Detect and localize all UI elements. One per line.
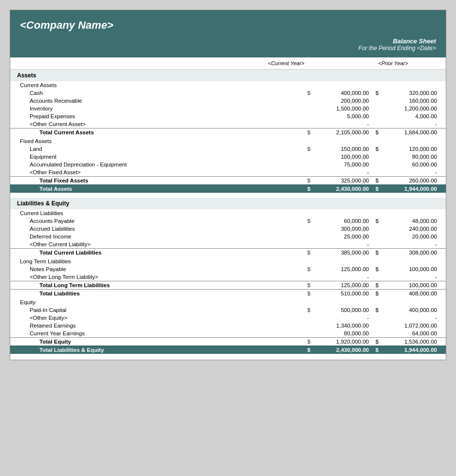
total-current-assets-row: Total Current Assets $ 2,105,000.00 $ 1,… <box>10 128 446 137</box>
sheet-subtitle: For the Period Ending <Date> <box>20 45 436 52</box>
land-py: 120,000.00 <box>381 145 439 153</box>
total-equity-label: Total Equity <box>10 338 305 346</box>
land-label: Land <box>10 145 305 153</box>
tltl-sign-py: $ <box>371 281 381 290</box>
total-current-assets-label: Total Current Assets <box>10 128 305 137</box>
tle-sign-cy: $ <box>305 346 312 354</box>
company-name: <Company Name> <box>20 19 436 32</box>
tca-cy: 2,105,000.00 <box>312 128 371 137</box>
other-current-liability-cy: - <box>312 240 371 249</box>
tcl-sign-cy: $ <box>305 249 312 257</box>
equipment-py: 80,000.00 <box>381 153 439 161</box>
np-sign-cy: $ <box>305 265 312 273</box>
inventory-cy: 1,500,000.00 <box>312 105 371 112</box>
accounts-payable-row: Accounts Payable $ 60,000.00 $ 48,000.00 <box>10 217 446 225</box>
tle-cy: 2,430,000.00 <box>312 346 371 354</box>
assets-table: Current Assets Cash $ 400,000.00 $ 320,0… <box>10 81 446 193</box>
tcl-sign-py: $ <box>371 249 381 257</box>
land-row: Land $ 150,000.00 $ 120,000.00 <box>10 145 446 153</box>
tca-sign-py: $ <box>371 128 381 137</box>
assets-section-header: Assets <box>10 70 446 81</box>
prepaid-label: Prepaid Expenses <box>10 112 305 120</box>
other-lt-liability-row: <Other Long Term Liability> - - <box>10 273 446 281</box>
notes-payable-row: Notes Payable $ 125,000.00 $ 100,000.00 <box>10 265 446 273</box>
total-fixed-assets-label: Total Fixed Assets <box>10 177 305 185</box>
accrued-liabilities-label: Accrued Liabilities <box>10 225 305 233</box>
total-current-liabilities-row: Total Current Liabilities $ 385,000.00 $… <box>10 249 446 257</box>
total-assets-row: Total Assets $ 2,430,000.00 $ 1,944,000.… <box>10 185 446 193</box>
header-title: Balance Sheet For the Period Ending <Dat… <box>10 36 446 57</box>
bottom-spacer <box>10 354 446 360</box>
other-equity-label: <Other Equity> <box>10 314 305 322</box>
inventory-label: Inventory <box>10 105 305 112</box>
tltl-sign-cy: $ <box>305 281 312 290</box>
current-liabilities-label: Current Liabilities <box>10 209 305 217</box>
other-fixed-asset-cy: - <box>312 168 371 177</box>
other-current-asset-cy: - <box>312 120 371 128</box>
land-sign-py: $ <box>371 145 381 153</box>
tfa-sign-cy: $ <box>305 177 312 185</box>
total-equity-row: Total Equity $ 1,920,000.00 $ 1,536,000.… <box>10 338 446 346</box>
ar-row: Accounts Receivable 200,000.00 160,000.0… <box>10 97 446 105</box>
tfa-py: 260,000.00 <box>381 177 439 185</box>
other-fixed-asset-row: <Other Fixed Asset> - - <box>10 168 446 177</box>
other-equity-row: <Other Equity> - - <box>10 314 446 322</box>
equipment-label: Equipment <box>10 153 305 161</box>
accounts-payable-label: Accounts Payable <box>10 217 305 225</box>
deferred-income-label: Deferred Income <box>10 233 305 240</box>
column-headers: <Current Year> <Prior Year> <box>10 57 446 70</box>
other-equity-cy: - <box>312 314 371 322</box>
total-liabilities-label: Total Liabilities <box>10 290 305 298</box>
deferred-income-py: 20,000.00 <box>381 233 439 240</box>
equipment-cy: 100,000.00 <box>312 153 371 161</box>
accrued-liabilities-py: 240,000.00 <box>381 225 439 233</box>
np-py: 100,000.00 <box>381 265 439 273</box>
cash-label: Cash <box>10 89 305 97</box>
equity-header-row: Equity <box>10 297 446 306</box>
current-year-earnings-label: Current Year Earnings <box>10 330 305 338</box>
ap-sign-cy: $ <box>305 217 312 225</box>
paid-in-capital-row: Paid-In Capital $ 500,000.00 $ 400,000.0… <box>10 306 446 314</box>
te-cy: 1,920,000.00 <box>312 338 371 346</box>
retained-earnings-py: 1,072,000.00 <box>381 322 439 330</box>
te-sign-py: $ <box>371 338 381 346</box>
cash-row: Cash $ 400,000.00 $ 320,000.00 <box>10 89 446 97</box>
other-current-asset-label: <Other Current Asset> <box>10 120 305 128</box>
land-cy: 150,000.00 <box>312 145 371 153</box>
total-fixed-assets-row: Total Fixed Assets $ 325,000.00 $ 260,00… <box>10 177 446 185</box>
accum-depr-cy: 75,000.00 <box>312 161 371 168</box>
tltl-cy: 125,000.00 <box>312 281 371 290</box>
other-lt-liability-label: <Other Long Term Liability> <box>10 273 305 281</box>
other-equity-py: - <box>381 314 439 322</box>
liabilities-equity-section-header: Liabilities & Equity <box>10 198 446 209</box>
tle-sign-py: $ <box>371 346 381 354</box>
other-current-liability-label: <Other Current Liability> <box>10 240 305 249</box>
pic-sign-py: $ <box>371 306 381 314</box>
ar-label: Accounts Receivable <box>10 97 305 105</box>
other-current-liability-py: - <box>381 240 439 249</box>
np-sign-py: $ <box>371 265 381 273</box>
tcl-py: 308,000.00 <box>381 249 439 257</box>
deferred-income-cy: 25,000.00 <box>312 233 371 240</box>
prepaid-py: 4,000.00 <box>381 112 439 120</box>
ap-sign-py: $ <box>371 217 381 225</box>
tca-py: 1,684,000.00 <box>381 128 439 137</box>
sheet-title: Balance Sheet <box>20 37 436 45</box>
total-lt-liabilities-row: Total Long Term Liabilities $ 125,000.00… <box>10 281 446 290</box>
tle-py: 1,944,000.00 <box>381 346 439 354</box>
other-current-asset-py: - <box>381 120 439 128</box>
pic-sign-cy: $ <box>305 306 312 314</box>
cash-cy: 400,000.00 <box>312 89 371 97</box>
inventory-py: 1,200,000.00 <box>381 105 439 112</box>
total-liabilities-equity-row: Total Liabilities & Equity $ 2,430,000.0… <box>10 346 446 354</box>
pic-cy: 500,000.00 <box>312 306 371 314</box>
retained-earnings-cy: 1,340,000.00 <box>312 322 371 330</box>
tltl-py: 100,000.00 <box>381 281 439 290</box>
ap-cy: 60,000.00 <box>312 217 371 225</box>
ta-sign-py: $ <box>371 185 381 193</box>
balance-sheet: <Company Name> Balance Sheet For the Per… <box>10 10 446 360</box>
equity-label: Equity <box>10 297 305 306</box>
deferred-income-row: Deferred Income 25,000.00 20,000.00 <box>10 233 446 240</box>
spacer-1 <box>10 193 446 198</box>
ar-py: 160,000.00 <box>381 97 439 105</box>
